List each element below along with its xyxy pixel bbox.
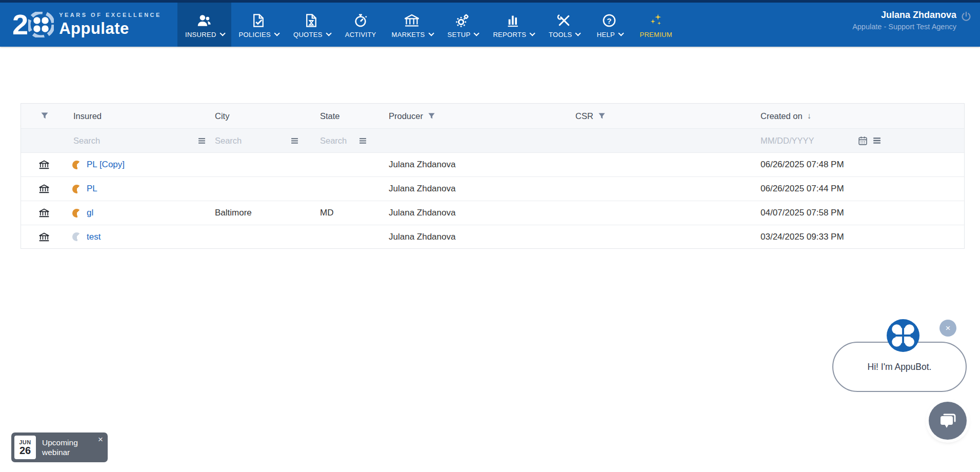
webinar-banner[interactable]: JUN 26 Upcoming webinar × xyxy=(11,432,108,462)
webinar-date-card: JUN 26 xyxy=(14,436,36,459)
insured-name-link[interactable]: gl xyxy=(87,208,93,218)
funnel-icon[interactable] xyxy=(598,112,606,120)
column-header-insured[interactable]: Insured xyxy=(54,111,215,121)
chat-bubbles-icon xyxy=(938,411,957,430)
calendar-icon[interactable] xyxy=(858,136,868,146)
nav-label: HELP xyxy=(597,31,615,38)
column-header-city[interactable]: City xyxy=(215,111,320,121)
appulate-clover-icon xyxy=(28,12,54,37)
appubot-message: Hi! I'm AppuBot. xyxy=(868,362,932,372)
document-check-icon xyxy=(252,12,265,28)
nav-item-premium[interactable]: PREMIUM xyxy=(632,3,680,47)
nav-item-markets[interactable]: MARKETS xyxy=(384,3,440,47)
table-filter-icon[interactable] xyxy=(21,112,54,120)
appulate-logo[interactable]: 2 YEARS OF EXCELLENCE Appulate xyxy=(0,3,177,47)
appubot-avatar-icon[interactable] xyxy=(887,319,919,352)
page-toolbar: All Insured Show my only Create new insu… xyxy=(0,47,980,103)
chevron-down-icon xyxy=(219,30,225,36)
user-name: Julana Zhdanova xyxy=(852,10,956,21)
chevron-down-icon xyxy=(575,30,581,36)
nav-label: REPORTS xyxy=(493,31,526,38)
table-row: test Julana Zhdanova 03/24/2025 09:33 PM xyxy=(21,225,964,249)
nav-item-reports[interactable]: REPORTS xyxy=(485,3,541,47)
bank-icon xyxy=(21,184,54,194)
column-menu-icon[interactable] xyxy=(359,137,367,144)
nav-label: POLICIES xyxy=(239,31,271,38)
producer-cell: Julana Zhdanova xyxy=(389,208,575,218)
column-header-created-on[interactable]: Created on ↓ xyxy=(761,111,964,121)
table-row: gl Baltimore MD Julana Zhdanova 04/07/20… xyxy=(21,201,964,225)
nav-item-tools[interactable]: TOOLS xyxy=(541,3,587,47)
logo-20-number: 2 xyxy=(12,10,27,39)
nav-item-insured[interactable]: INSURED xyxy=(177,3,231,47)
sparkles-icon xyxy=(648,12,664,28)
created-on-cell: 03/24/2025 09:33 PM xyxy=(761,232,964,242)
table-row: PL Julana Zhdanova 06/26/2025 07:44 PM xyxy=(21,176,964,201)
nav-item-policies[interactable]: POLICIES xyxy=(231,3,286,47)
nav-item-quotes[interactable]: QUOTES xyxy=(286,3,337,47)
logout-power-icon[interactable] xyxy=(961,11,972,24)
nav-label: PREMIUM xyxy=(639,31,672,38)
insured-name-link[interactable]: PL xyxy=(87,184,97,194)
status-pie-icon xyxy=(72,161,81,169)
producer-cell: Julana Zhdanova xyxy=(389,160,575,170)
chat-launcher-button[interactable] xyxy=(929,402,967,440)
nav-label: MARKETS xyxy=(392,31,425,38)
bank-icon xyxy=(21,208,54,218)
city-filter-input[interactable] xyxy=(215,136,266,146)
column-header-csr[interactable]: CSR xyxy=(575,111,761,121)
nav-label: SETUP xyxy=(448,31,471,38)
funnel-icon xyxy=(41,112,49,120)
status-pie-icon xyxy=(72,209,81,218)
gears-icon xyxy=(455,12,470,28)
chevron-down-icon xyxy=(326,30,331,36)
city-cell: Baltimore xyxy=(215,208,320,218)
insured-name-link[interactable]: test xyxy=(87,232,101,242)
created-on-cell: 06/26/2025 07:44 PM xyxy=(761,184,964,194)
svg-text:?: ? xyxy=(607,16,612,25)
chevron-down-icon xyxy=(530,30,535,36)
appubot-close-icon[interactable]: × xyxy=(939,320,956,337)
created-on-cell: 06/26/2025 07:48 PM xyxy=(761,160,964,170)
stopwatch-icon xyxy=(353,12,368,28)
created-on-cell: 04/07/2025 07:58 PM xyxy=(761,208,964,218)
document-hourglass-icon xyxy=(305,12,318,28)
chevron-down-icon xyxy=(618,30,624,36)
state-filter-input[interactable] xyxy=(320,136,352,146)
users-icon xyxy=(196,12,212,28)
column-menu-icon[interactable] xyxy=(291,137,298,144)
column-header-producer[interactable]: Producer xyxy=(389,111,575,121)
nav-item-help[interactable]: ? HELP xyxy=(587,3,632,47)
nav-item-activity[interactable]: ACTIVITY xyxy=(337,3,384,47)
column-menu-icon[interactable] xyxy=(873,137,881,144)
bank-icon xyxy=(404,12,420,28)
created-on-filter-input[interactable] xyxy=(761,136,821,146)
status-pie-icon xyxy=(72,185,81,193)
user-menu[interactable]: Julana Zhdanova Appulate - Support Test … xyxy=(852,10,956,31)
top-navigation-bar: 2 YEARS OF EXCELLENCE Appulate INSURED xyxy=(0,3,980,47)
bank-icon xyxy=(21,160,54,170)
insured-name-link[interactable]: PL [Copy] xyxy=(87,160,125,170)
nav-label: TOOLS xyxy=(549,31,572,38)
sort-descending-icon: ↓ xyxy=(807,111,811,121)
column-header-state[interactable]: State xyxy=(320,111,389,121)
insured-filter-input[interactable] xyxy=(73,136,125,146)
nav-label: QUOTES xyxy=(293,31,323,38)
insured-table: Insured City State Producer CSR Created … xyxy=(21,103,965,249)
nav-label: ACTIVITY xyxy=(345,31,376,38)
bar-chart-icon xyxy=(506,12,521,28)
help-icon: ? xyxy=(602,12,616,28)
status-pie-icon xyxy=(72,232,81,241)
webinar-close-icon[interactable]: × xyxy=(98,435,103,445)
funnel-icon[interactable] xyxy=(428,112,435,120)
webinar-day: 26 xyxy=(19,445,31,456)
state-cell: MD xyxy=(320,208,389,218)
tools-icon xyxy=(557,12,571,28)
column-menu-icon[interactable] xyxy=(198,137,206,144)
logo-tagline: YEARS OF EXCELLENCE xyxy=(59,12,162,18)
chevron-down-icon xyxy=(428,30,434,36)
bank-icon xyxy=(21,232,54,242)
chevron-down-icon xyxy=(274,30,279,36)
nav-item-setup[interactable]: SETUP xyxy=(440,3,486,47)
logo-brand-name: Appulate xyxy=(59,19,162,38)
